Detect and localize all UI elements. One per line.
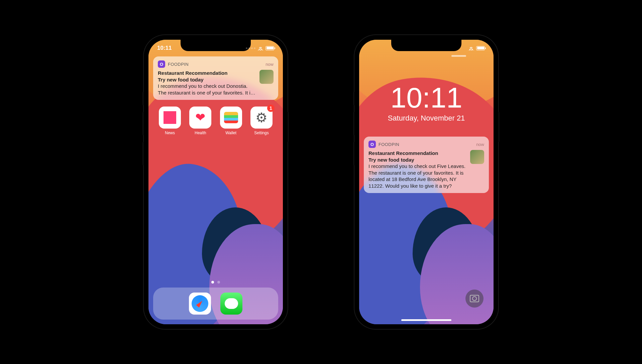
battery-icon: [476, 46, 485, 50]
notification-subtitle: Try new food today: [368, 157, 467, 163]
notification-badge: 1: [267, 105, 275, 112]
page-indicator[interactable]: [148, 281, 283, 284]
health-icon: [189, 107, 211, 129]
battery-icon: [265, 46, 274, 50]
cell-signal-icon: [246, 47, 255, 49]
lock-screen[interactable]: 10:11 Saturday, November 21 O FOODPIN no…: [359, 40, 494, 324]
app-grid: News Health Wallet 1 Settings: [156, 107, 275, 135]
app-label: News: [165, 131, 175, 135]
notification-app-icon: O: [158, 60, 165, 68]
notification-thumbnail: [259, 70, 274, 84]
status-bar: 10:11: [148, 43, 283, 53]
control-center-handle[interactable]: [451, 55, 466, 57]
app-label: Settings: [254, 131, 269, 135]
notification-subtitle: Try new food today: [158, 76, 256, 83]
lock-date: Saturday, November 21: [359, 114, 494, 123]
wallet-icon: [220, 107, 242, 129]
app-label: Wallet: [225, 131, 236, 135]
app-label: Health: [195, 131, 206, 135]
wifi-icon: [468, 46, 474, 50]
dock: [153, 288, 278, 320]
notification-thumbnail: [470, 150, 484, 164]
app-wallet[interactable]: Wallet: [218, 107, 244, 135]
camera-button[interactable]: [465, 290, 484, 308]
app-messages[interactable]: [220, 293, 242, 315]
status-time: 10:11: [157, 45, 172, 51]
notification-title: Restaurant Recommendation: [158, 70, 256, 76]
app-safari[interactable]: [189, 293, 211, 315]
app-health[interactable]: Health: [187, 107, 214, 135]
notification-body: I recommend you to check out Donostia. T…: [158, 83, 256, 96]
app-settings[interactable]: 1 Settings: [248, 107, 275, 135]
home-indicator[interactable]: [401, 319, 451, 321]
notification-app-icon: O: [368, 141, 376, 148]
home-screen[interactable]: 10:11 O FOODPIN now Restaurant Recommend…: [148, 40, 283, 324]
phone-home: 10:11 O FOODPIN now Restaurant Recommend…: [144, 35, 288, 329]
status-bar: [359, 43, 494, 53]
notification-timestamp: now: [476, 142, 484, 147]
phone-lock: 10:11 Saturday, November 21 O FOODPIN no…: [354, 35, 498, 329]
app-news[interactable]: News: [156, 107, 183, 135]
lock-time: 10:11: [359, 83, 494, 112]
settings-icon: 1: [250, 107, 273, 129]
notification-card[interactable]: O FOODPIN now Restaurant Recommendation …: [364, 137, 489, 193]
lock-clock: 10:11 Saturday, November 21: [359, 83, 494, 123]
notification-app-name: FOODPIN: [379, 142, 473, 147]
wifi-icon: [257, 46, 263, 50]
notification-banner[interactable]: O FOODPIN now Restaurant Recommendation …: [153, 56, 278, 100]
notification-title: Restaurant Recommendation: [368, 150, 467, 157]
news-icon: [159, 107, 181, 129]
notification-body: I recommend you to check out Five Leaves…: [368, 163, 467, 189]
notification-timestamp: now: [265, 62, 274, 67]
notification-app-name: FOODPIN: [168, 62, 263, 67]
